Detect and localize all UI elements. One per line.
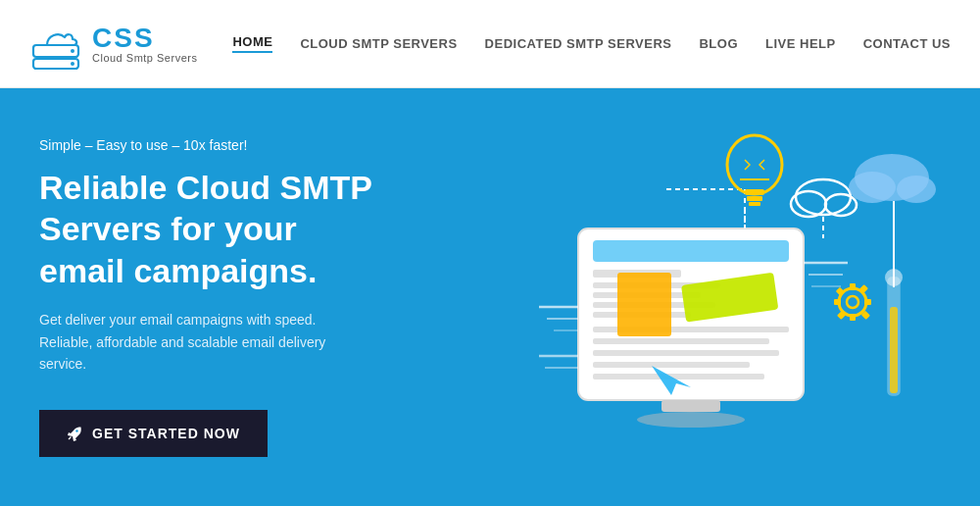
svg-rect-8 <box>593 240 789 262</box>
svg-rect-34 <box>749 202 760 206</box>
nav-home[interactable]: HOME <box>232 34 272 53</box>
logo: CSS Cloud Smtp Servers <box>29 18 197 71</box>
hero-title: Reliable Cloud SMTP Servers for your ema… <box>39 167 372 292</box>
svg-rect-19 <box>617 273 671 336</box>
svg-point-38 <box>825 194 857 216</box>
svg-rect-16 <box>593 350 779 356</box>
get-started-button[interactable]: GET STARTED NOW <box>39 410 268 457</box>
svg-point-46 <box>886 270 902 285</box>
svg-point-31 <box>727 135 782 194</box>
svg-rect-49 <box>850 283 856 290</box>
svg-rect-56 <box>836 287 845 296</box>
hero-section: Simple – Easy to use – 10x faster! Relia… <box>0 88 980 506</box>
svg-rect-45 <box>890 307 898 393</box>
svg-rect-18 <box>593 374 764 380</box>
logo-icon <box>29 18 82 71</box>
nav-blog[interactable]: BLOG <box>699 36 738 51</box>
hero-illustration <box>412 88 980 506</box>
logo-subtitle: Cloud Smtp Servers <box>92 52 197 64</box>
svg-point-7 <box>637 412 745 428</box>
svg-rect-50 <box>850 314 856 321</box>
svg-point-2 <box>71 49 74 53</box>
svg-rect-17 <box>593 362 750 368</box>
svg-rect-15 <box>593 338 769 344</box>
nav-cloud-smtp[interactable]: CLOUD SMTP SERVERS <box>300 36 457 51</box>
svg-point-42 <box>897 176 936 203</box>
nav-live-help[interactable]: LIVE HELP <box>765 36 836 51</box>
svg-point-41 <box>849 172 896 203</box>
main-nav: HOME CLOUD SMTP SERVERS DEDICATED SMTP S… <box>232 34 951 53</box>
logo-text: CSS Cloud Smtp Servers <box>92 25 197 64</box>
hero-svg <box>441 111 951 483</box>
svg-point-4 <box>75 430 77 432</box>
rocket-icon <box>67 426 82 441</box>
hero-tagline: Simple – Easy to use – 10x faster! <box>39 137 372 153</box>
svg-point-48 <box>847 296 858 308</box>
svg-point-3 <box>71 62 74 66</box>
svg-rect-33 <box>747 196 762 201</box>
svg-rect-32 <box>745 189 764 195</box>
svg-rect-6 <box>662 400 720 412</box>
logo-acronym: CSS <box>92 25 197 52</box>
nav-contact-us[interactable]: CONTACT US <box>863 36 951 51</box>
nav-dedicated-smtp[interactable]: DEDICATED SMTP SERVERS <box>485 36 672 51</box>
svg-rect-51 <box>864 299 871 305</box>
hero-description: Get deliver your email campaigns with sp… <box>39 309 372 375</box>
cta-label: GET STARTED NOW <box>92 426 240 441</box>
header: CSS Cloud Smtp Servers HOME CLOUD SMTP S… <box>0 0 980 88</box>
svg-rect-52 <box>834 299 841 305</box>
hero-content: Simple – Easy to use – 10x faster! Relia… <box>0 88 412 506</box>
